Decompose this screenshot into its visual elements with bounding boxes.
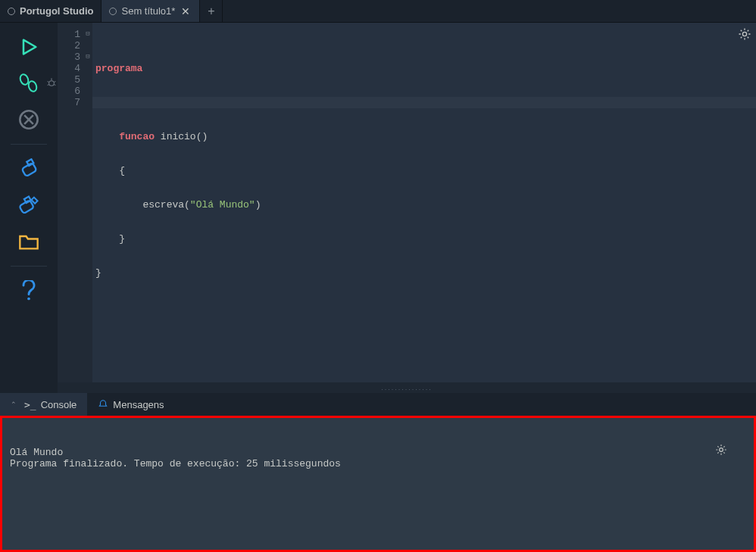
svg-line-6 xyxy=(48,84,49,85)
console-output[interactable]: Olá Mundo Programa finalizado. Tempo de … xyxy=(0,416,756,552)
footprints-icon xyxy=(17,73,40,93)
panel-splitter[interactable]: ............... xyxy=(58,382,756,393)
gear-icon xyxy=(715,444,727,456)
stop-button[interactable] xyxy=(11,103,47,136)
line-number: 7 xyxy=(58,97,82,108)
play-icon xyxy=(18,36,39,58)
chevron-up-icon: ⌃ xyxy=(11,401,17,408)
svg-line-7 xyxy=(54,84,55,85)
keyword: programa xyxy=(95,63,142,74)
tab-file-label: Sem título1* xyxy=(121,5,175,17)
editor-settings-button[interactable] xyxy=(738,27,751,41)
bell-icon xyxy=(98,399,108,410)
svg-point-17 xyxy=(720,448,723,452)
tab-bar: Portugol Studio Sem título1* ✕ + xyxy=(0,0,756,23)
sidebar xyxy=(0,23,58,393)
close-icon[interactable]: ✕ xyxy=(180,5,192,17)
svg-point-16 xyxy=(742,32,746,36)
editor: 1 2 3 4 5 6 7 ⊟ ⊟ programa { xyxy=(58,23,756,393)
save-as-button[interactable] xyxy=(11,189,47,222)
line-number: 6 xyxy=(58,86,82,97)
open-button[interactable] xyxy=(11,225,47,258)
console-settings-button[interactable] xyxy=(715,421,751,479)
current-line-highlight xyxy=(92,97,756,108)
parens: () xyxy=(196,131,208,142)
keyword: funcao xyxy=(119,131,155,142)
line-number: 4 xyxy=(58,63,82,74)
paren: ( xyxy=(184,199,190,211)
splitter-dots: ............... xyxy=(381,384,433,391)
string-literal: "Olá Mundo" xyxy=(190,199,255,211)
fold-marker[interactable]: ⊟ xyxy=(83,29,92,40)
tab-new[interactable]: + xyxy=(200,0,223,22)
line-number: 1 xyxy=(58,29,82,40)
prompt-icon: >_ xyxy=(24,399,36,410)
tab-home-label: Portugol Studio xyxy=(20,5,93,17)
tab-home[interactable]: Portugol Studio xyxy=(0,0,102,22)
tab-console-label: Console xyxy=(41,399,77,410)
svg-line-4 xyxy=(48,81,49,82)
svg-point-2 xyxy=(49,81,55,86)
brace: { xyxy=(95,165,125,176)
line-gutter: 1 2 3 4 5 6 7 xyxy=(58,23,83,382)
brace: } xyxy=(95,233,125,245)
bottom-tab-bar: ⌃ >_ Console Mensagens xyxy=(0,393,756,416)
console-line: Olá Mundo xyxy=(10,447,63,458)
bulb-icon xyxy=(109,8,117,15)
bottom-panel: ⌃ >_ Console Mensagens Olá Mundo Program… xyxy=(0,393,756,552)
run-button[interactable] xyxy=(11,30,47,64)
tab-messages[interactable]: Mensagens xyxy=(87,393,174,416)
svg-point-15 xyxy=(27,298,30,301)
main-area: 1 2 3 4 5 6 7 ⊟ ⊟ programa { xyxy=(0,23,756,393)
fold-marker[interactable]: ⊟ xyxy=(83,51,92,63)
line-number: 2 xyxy=(58,40,82,51)
indent xyxy=(95,199,142,211)
fold-column: ⊟ ⊟ xyxy=(83,23,92,382)
paren: ) xyxy=(255,199,261,211)
svg-line-5 xyxy=(54,81,55,82)
debug-button[interactable] xyxy=(11,67,47,100)
usb-icon xyxy=(18,158,39,179)
stop-icon xyxy=(18,109,39,130)
svg-point-1 xyxy=(27,80,38,93)
bug-icon xyxy=(45,77,58,89)
tab-messages-label: Mensagens xyxy=(113,399,164,410)
usb-pencil-icon xyxy=(17,195,40,216)
tab-console[interactable]: ⌃ >_ Console xyxy=(0,393,87,416)
bulb-icon xyxy=(8,8,15,15)
save-button[interactable] xyxy=(11,152,47,186)
help-icon xyxy=(21,280,36,301)
line-number: 5 xyxy=(58,74,82,86)
tab-file[interactable]: Sem título1* ✕ xyxy=(102,0,200,22)
code-content[interactable]: programa { funcao inicio() { escreva("Ol… xyxy=(92,23,756,382)
console-line: Programa finalizado. Tempo de execução: … xyxy=(10,458,341,469)
line-number: 3 xyxy=(58,51,82,63)
function-name: inicio xyxy=(155,131,196,142)
code-editor[interactable]: 1 2 3 4 5 6 7 ⊟ ⊟ programa { xyxy=(58,23,756,382)
gear-icon xyxy=(738,27,751,41)
folder-icon xyxy=(18,232,39,251)
sidebar-divider xyxy=(11,144,47,145)
brace: } xyxy=(95,267,102,279)
function-call: escreva xyxy=(142,199,184,211)
help-button[interactable] xyxy=(11,274,47,307)
sidebar-divider xyxy=(11,266,47,267)
